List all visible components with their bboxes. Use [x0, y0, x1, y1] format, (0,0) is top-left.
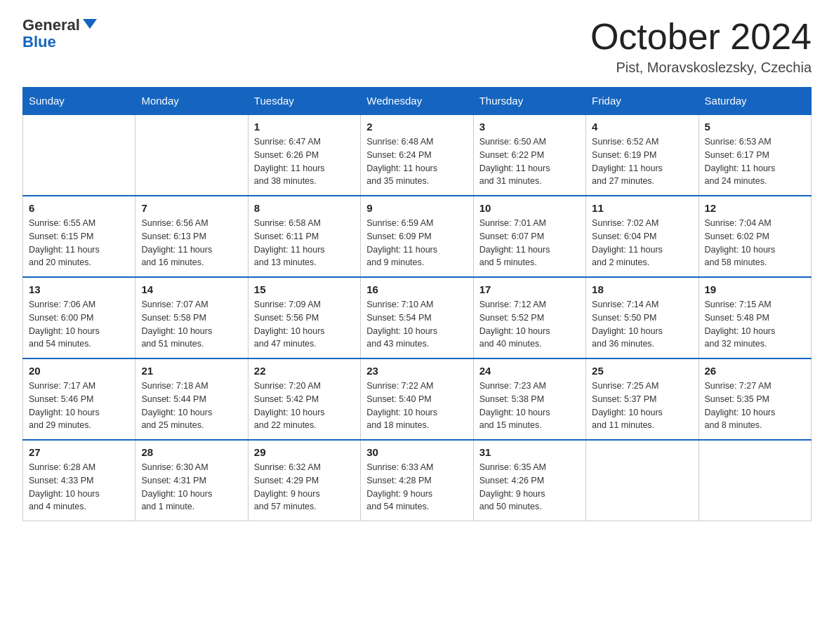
calendar-cell: 5Sunrise: 6:53 AM Sunset: 6:17 PM Daylig…: [699, 114, 811, 196]
calendar-cell: [23, 114, 135, 196]
day-info: Sunrise: 6:33 AM Sunset: 4:28 PM Dayligh…: [366, 461, 467, 514]
calendar-cell: 19Sunrise: 7:15 AM Sunset: 5:48 PM Dayli…: [699, 277, 811, 358]
day-number: 20: [29, 365, 129, 377]
day-number: 2: [366, 121, 467, 133]
calendar-cell: 3Sunrise: 6:50 AM Sunset: 6:22 PM Daylig…: [473, 114, 585, 196]
calendar-cell: 24Sunrise: 7:23 AM Sunset: 5:38 PM Dayli…: [473, 358, 585, 440]
day-info: Sunrise: 7:09 AM Sunset: 5:56 PM Dayligh…: [254, 298, 355, 351]
calendar-cell: 13Sunrise: 7:06 AM Sunset: 6:00 PM Dayli…: [23, 277, 135, 358]
day-info: Sunrise: 7:04 AM Sunset: 6:02 PM Dayligh…: [705, 217, 805, 269]
day-info: Sunrise: 7:17 AM Sunset: 5:46 PM Dayligh…: [29, 380, 129, 432]
day-number: 31: [479, 446, 580, 458]
day-number: 9: [366, 202, 467, 214]
day-info: Sunrise: 7:23 AM Sunset: 5:38 PM Dayligh…: [479, 380, 580, 432]
day-number: 15: [254, 283, 355, 295]
day-info: Sunrise: 7:07 AM Sunset: 5:58 PM Dayligh…: [141, 298, 241, 351]
day-number: 18: [592, 283, 692, 295]
calendar-cell: [135, 114, 248, 196]
calendar-cell: 12Sunrise: 7:04 AM Sunset: 6:02 PM Dayli…: [699, 196, 811, 277]
day-number: 17: [479, 283, 580, 295]
calendar-cell: 11Sunrise: 7:02 AM Sunset: 6:04 PM Dayli…: [586, 196, 699, 277]
column-header-tuesday: Tuesday: [248, 88, 360, 115]
week-row-4: 20Sunrise: 7:17 AM Sunset: 5:46 PM Dayli…: [23, 358, 812, 440]
calendar-cell: 8Sunrise: 6:58 AM Sunset: 6:11 PM Daylig…: [248, 196, 360, 277]
logo: General Blue: [22, 17, 97, 51]
day-number: 7: [141, 202, 241, 214]
day-info: Sunrise: 6:55 AM Sunset: 6:15 PM Dayligh…: [29, 217, 129, 269]
logo-triangle-icon: [83, 19, 97, 29]
day-number: 4: [592, 121, 692, 133]
day-info: Sunrise: 6:47 AM Sunset: 6:26 PM Dayligh…: [254, 135, 355, 188]
day-info: Sunrise: 7:20 AM Sunset: 5:42 PM Dayligh…: [254, 380, 355, 432]
day-number: 24: [479, 365, 580, 377]
day-info: Sunrise: 7:27 AM Sunset: 5:35 PM Dayligh…: [705, 380, 805, 432]
calendar-cell: 27Sunrise: 6:28 AM Sunset: 4:33 PM Dayli…: [23, 440, 135, 521]
day-number: 11: [592, 202, 692, 214]
calendar-cell: 14Sunrise: 7:07 AM Sunset: 5:58 PM Dayli…: [135, 277, 248, 358]
page-header: General Blue October 2024 Pist, Moravsko…: [22, 17, 812, 76]
day-info: Sunrise: 7:25 AM Sunset: 5:37 PM Dayligh…: [592, 380, 692, 432]
day-number: 3: [479, 121, 580, 133]
day-number: 13: [29, 283, 129, 295]
day-number: 25: [592, 365, 692, 377]
day-number: 28: [141, 446, 241, 458]
calendar-cell: 25Sunrise: 7:25 AM Sunset: 5:37 PM Dayli…: [586, 358, 699, 440]
day-number: 21: [141, 365, 241, 377]
day-info: Sunrise: 6:30 AM Sunset: 4:31 PM Dayligh…: [141, 461, 241, 514]
column-header-thursday: Thursday: [473, 88, 585, 115]
day-info: Sunrise: 7:15 AM Sunset: 5:48 PM Dayligh…: [705, 298, 805, 351]
day-info: Sunrise: 6:56 AM Sunset: 6:13 PM Dayligh…: [141, 217, 241, 269]
calendar-cell: 22Sunrise: 7:20 AM Sunset: 5:42 PM Dayli…: [248, 358, 360, 440]
day-info: Sunrise: 7:12 AM Sunset: 5:52 PM Dayligh…: [479, 298, 580, 351]
calendar-cell: 29Sunrise: 6:32 AM Sunset: 4:29 PM Dayli…: [248, 440, 360, 521]
day-info: Sunrise: 6:48 AM Sunset: 6:24 PM Dayligh…: [366, 135, 467, 188]
location-title: Pist, Moravskoslezsky, Czechia: [590, 60, 812, 76]
day-info: Sunrise: 7:10 AM Sunset: 5:54 PM Dayligh…: [366, 298, 467, 351]
day-number: 27: [29, 446, 129, 458]
week-row-5: 27Sunrise: 6:28 AM Sunset: 4:33 PM Dayli…: [23, 440, 812, 521]
day-number: 6: [29, 202, 129, 214]
column-header-sunday: Sunday: [23, 88, 135, 115]
day-number: 22: [254, 365, 355, 377]
day-number: 30: [366, 446, 467, 458]
day-info: Sunrise: 7:18 AM Sunset: 5:44 PM Dayligh…: [141, 380, 241, 432]
week-row-1: 1Sunrise: 6:47 AM Sunset: 6:26 PM Daylig…: [23, 114, 812, 196]
week-row-2: 6Sunrise: 6:55 AM Sunset: 6:15 PM Daylig…: [23, 196, 812, 277]
calendar-cell: [586, 440, 699, 521]
day-info: Sunrise: 6:35 AM Sunset: 4:26 PM Dayligh…: [479, 461, 580, 514]
day-info: Sunrise: 6:58 AM Sunset: 6:11 PM Dayligh…: [254, 217, 355, 269]
calendar-cell: [699, 440, 811, 521]
column-header-friday: Friday: [586, 88, 699, 115]
calendar-cell: 28Sunrise: 6:30 AM Sunset: 4:31 PM Dayli…: [135, 440, 248, 521]
day-info: Sunrise: 6:53 AM Sunset: 6:17 PM Dayligh…: [705, 135, 805, 188]
day-number: 1: [254, 121, 355, 133]
day-info: Sunrise: 6:32 AM Sunset: 4:29 PM Dayligh…: [254, 461, 355, 514]
day-number: 5: [705, 121, 805, 133]
day-number: 10: [479, 202, 580, 214]
calendar-cell: 17Sunrise: 7:12 AM Sunset: 5:52 PM Dayli…: [473, 277, 585, 358]
day-number: 26: [705, 365, 805, 377]
title-area: October 2024 Pist, Moravskoslezsky, Czec…: [590, 17, 812, 76]
logo-general-text: General: [22, 17, 80, 34]
calendar-cell: 4Sunrise: 6:52 AM Sunset: 6:19 PM Daylig…: [586, 114, 699, 196]
calendar-cell: 20Sunrise: 7:17 AM Sunset: 5:46 PM Dayli…: [23, 358, 135, 440]
calendar-cell: 10Sunrise: 7:01 AM Sunset: 6:07 PM Dayli…: [473, 196, 585, 277]
calendar-cell: 31Sunrise: 6:35 AM Sunset: 4:26 PM Dayli…: [473, 440, 585, 521]
day-info: Sunrise: 6:52 AM Sunset: 6:19 PM Dayligh…: [592, 135, 692, 188]
calendar-cell: 2Sunrise: 6:48 AM Sunset: 6:24 PM Daylig…: [361, 114, 473, 196]
calendar-header-row: SundayMondayTuesdayWednesdayThursdayFrid…: [23, 88, 812, 115]
day-info: Sunrise: 7:06 AM Sunset: 6:00 PM Dayligh…: [29, 298, 129, 351]
day-info: Sunrise: 6:28 AM Sunset: 4:33 PM Dayligh…: [29, 461, 129, 514]
day-number: 8: [254, 202, 355, 214]
day-info: Sunrise: 7:02 AM Sunset: 6:04 PM Dayligh…: [592, 217, 692, 269]
column-header-saturday: Saturday: [699, 88, 811, 115]
calendar-cell: 21Sunrise: 7:18 AM Sunset: 5:44 PM Dayli…: [135, 358, 248, 440]
calendar-cell: 9Sunrise: 6:59 AM Sunset: 6:09 PM Daylig…: [361, 196, 473, 277]
column-header-wednesday: Wednesday: [361, 88, 473, 115]
day-info: Sunrise: 6:50 AM Sunset: 6:22 PM Dayligh…: [479, 135, 580, 188]
calendar-cell: 16Sunrise: 7:10 AM Sunset: 5:54 PM Dayli…: [361, 277, 473, 358]
day-info: Sunrise: 6:59 AM Sunset: 6:09 PM Dayligh…: [366, 217, 467, 269]
logo-blue-text: Blue: [22, 34, 97, 51]
day-info: Sunrise: 7:22 AM Sunset: 5:40 PM Dayligh…: [366, 380, 467, 432]
day-info: Sunrise: 7:01 AM Sunset: 6:07 PM Dayligh…: [479, 217, 580, 269]
